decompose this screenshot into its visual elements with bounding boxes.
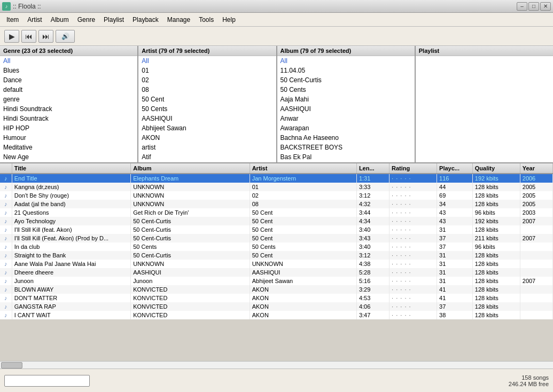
artist-item[interactable]: AKON bbox=[138, 133, 276, 143]
album-item[interactable]: Awarapan bbox=[277, 123, 415, 133]
artist-item-all[interactable]: All bbox=[138, 56, 276, 66]
genre-item[interactable]: New Age bbox=[0, 152, 137, 162]
table-row[interactable]: ♪ Ayo Technology 50 Cent-Curtis 50 Cent … bbox=[0, 217, 553, 225]
album-item[interactable]: BACKSTREET BOYS bbox=[277, 143, 415, 152]
track-rating: · · · · · bbox=[390, 217, 437, 225]
genre-item[interactable]: Dance bbox=[0, 75, 137, 85]
artist-item[interactable]: 01 bbox=[138, 66, 276, 75]
album-item[interactable]: 11.04.05 bbox=[277, 66, 415, 75]
menu-tools[interactable]: Tools bbox=[194, 14, 218, 25]
track-album: KONVICTED bbox=[131, 311, 250, 319]
h-scroll-track[interactable] bbox=[0, 362, 546, 369]
album-item[interactable]: AASHIQUI bbox=[277, 104, 415, 114]
menu-artist[interactable]: Artist bbox=[23, 14, 46, 25]
table-row[interactable]: ♪ In da club 50 Cents 50 Cents 3:40 · · … bbox=[0, 242, 553, 251]
genre-item[interactable]: Hindi Soundtrack bbox=[0, 104, 137, 114]
table-row[interactable]: ♪ Aadat (jal the band) UNKNOWN 08 4:32 ·… bbox=[0, 200, 553, 208]
track-scroll[interactable]: Title Album Artist Len... Rating Playc..… bbox=[0, 163, 553, 361]
genre-item[interactable]: Meditative bbox=[0, 143, 137, 152]
table-row[interactable]: ♪ Aane Wala Pal Jaane Wala Hai UNKNOWN U… bbox=[0, 260, 553, 268]
table-row[interactable]: ♪ I'll Still Kill (feat. Akon) 50 Cent-C… bbox=[0, 225, 553, 234]
artist-panel-scroll[interactable]: All 01 02 08 50 Cent 50 Cents AASHIQUI A… bbox=[138, 56, 276, 162]
music-icon: ♪ bbox=[4, 235, 7, 241]
genre-item[interactable]: Humour bbox=[0, 133, 137, 143]
col-header-artist[interactable]: Artist bbox=[250, 163, 356, 174]
genre-item[interactable]: Blues bbox=[0, 66, 137, 75]
close-button[interactable]: ✕ bbox=[540, 2, 551, 11]
prev-button[interactable]: ⏮ bbox=[21, 30, 36, 43]
album-item-all[interactable]: All bbox=[277, 56, 415, 66]
col-header-title[interactable]: Title bbox=[12, 163, 130, 174]
col-header-year[interactable]: Year bbox=[520, 163, 552, 174]
genre-item-all[interactable]: All bbox=[0, 56, 137, 66]
table-row[interactable]: ♪ Don't Be Shy (rouge) UNKNOWN 02 3:12 ·… bbox=[0, 191, 553, 200]
table-row[interactable]: ♪ DON'T MATTER KONVICTED AKON 4:53 · · ·… bbox=[0, 294, 553, 302]
next-button[interactable]: ⏭ bbox=[38, 30, 53, 43]
artist-item[interactable]: artist bbox=[138, 143, 276, 152]
track-artist: AKON bbox=[250, 285, 356, 294]
music-icon: ♪ bbox=[4, 244, 7, 250]
artist-item[interactable]: AASHIQUI bbox=[138, 114, 276, 123]
search-input[interactable] bbox=[4, 375, 90, 387]
table-row[interactable]: ♪ Junoon Junoon Abhijeet Sawan 5:16 · · … bbox=[0, 277, 553, 285]
menu-manage[interactable]: Manage bbox=[163, 14, 194, 25]
genre-item[interactable]: HIP HOP bbox=[0, 123, 137, 133]
menu-genre[interactable]: Genre bbox=[73, 14, 99, 25]
menu-help[interactable]: Help bbox=[218, 14, 240, 25]
album-item[interactable]: 50 Cents bbox=[277, 85, 415, 95]
col-header-album[interactable]: Album bbox=[131, 163, 250, 174]
table-row[interactable]: ♪ End Title Elephants Dream Jan Morgenst… bbox=[0, 174, 553, 183]
album-item[interactable]: Anwar bbox=[277, 114, 415, 123]
play-button[interactable]: ▶ bbox=[4, 30, 19, 43]
songs-count: 158 songs bbox=[509, 374, 549, 381]
track-title: Ayo Technology bbox=[12, 217, 130, 225]
playlist-panel-scroll[interactable] bbox=[416, 56, 553, 162]
minimize-button[interactable]: – bbox=[517, 2, 527, 11]
artist-item[interactable]: 50 Cent bbox=[138, 95, 276, 104]
artist-item[interactable]: 02 bbox=[138, 75, 276, 85]
table-row[interactable]: ♪ I CAN'T WAIT KONVICTED AKON 3:47 · · ·… bbox=[0, 311, 553, 319]
table-row[interactable]: ♪ 21 Questions Get Rich or Die Tryin' 50… bbox=[0, 208, 553, 217]
menu-playlist[interactable]: Playlist bbox=[99, 14, 128, 25]
album-item[interactable]: Bachna Ae Haseeno bbox=[277, 133, 415, 143]
track-title: Junoon bbox=[12, 277, 130, 285]
col-header-icon[interactable] bbox=[0, 163, 12, 174]
table-row[interactable]: ♪ I'll Still Kill (Feat. Akon) (Prod by … bbox=[0, 234, 553, 242]
artist-item[interactable]: Atif bbox=[138, 152, 276, 162]
col-header-rating[interactable]: Rating bbox=[390, 163, 437, 174]
album-item[interactable]: Bas Ek Pal bbox=[277, 152, 415, 162]
album-item[interactable]: 50 Cent-Curtis bbox=[277, 75, 415, 85]
genre-item[interactable]: Hindi Sountrack bbox=[0, 114, 137, 123]
track-playcount: 38 bbox=[437, 311, 473, 319]
genre-item[interactable]: genre bbox=[0, 95, 137, 104]
col-header-length[interactable]: Len... bbox=[356, 163, 389, 174]
col-header-quality[interactable]: Quality bbox=[472, 163, 520, 174]
menu-playback[interactable]: Playback bbox=[128, 14, 163, 25]
genre-item[interactable]: default bbox=[0, 85, 137, 95]
col-header-playcount[interactable]: Playc... bbox=[437, 163, 473, 174]
table-row[interactable]: ♪ Dheere dheere AASHIQUI AASHIQUI 5:28 ·… bbox=[0, 268, 553, 277]
album-item[interactable]: Aaja Mahi bbox=[277, 95, 415, 104]
track-artist: 50 Cent bbox=[250, 217, 356, 225]
music-icon: ♪ bbox=[4, 252, 7, 258]
table-row[interactable]: ♪ Kangna (dr,zeus) UNKNOWN 01 3:33 · · ·… bbox=[0, 183, 553, 191]
genre-panel-scroll[interactable]: All Blues Dance default genre Hindi Soun… bbox=[0, 56, 137, 162]
artist-item[interactable]: 08 bbox=[138, 85, 276, 95]
h-scroll-thumb[interactable] bbox=[1, 362, 22, 369]
maximize-button[interactable]: □ bbox=[528, 2, 539, 11]
table-row[interactable]: ♪ GANGSTA RAP KONVICTED AKON 4:06 · · · … bbox=[0, 302, 553, 311]
volume-button[interactable]: 🔊 bbox=[56, 30, 75, 43]
track-icon-cell: ♪ bbox=[0, 311, 12, 319]
table-row[interactable]: ♪ BLOWN AWAY KONVICTED AKON 3:29 · · · ·… bbox=[0, 285, 553, 294]
menu-album[interactable]: Album bbox=[46, 14, 73, 25]
album-panel-scroll[interactable]: All 11.04.05 50 Cent-Curtis 50 Cents Aaj… bbox=[277, 56, 415, 162]
menu-item[interactable]: Item bbox=[2, 14, 23, 25]
track-year: 2006 bbox=[520, 174, 552, 183]
artist-item[interactable]: 50 Cents bbox=[138, 104, 276, 114]
artist-item[interactable]: Abhijeet Sawan bbox=[138, 123, 276, 133]
horizontal-scrollbar[interactable] bbox=[0, 361, 553, 369]
search-wrapper: 🔍 bbox=[4, 375, 90, 387]
track-title: I CAN'T WAIT bbox=[12, 311, 130, 319]
table-row[interactable]: ♪ Straight to the Bank 50 Cent-Curtis 50… bbox=[0, 251, 553, 260]
app-icon: ♪ bbox=[2, 2, 11, 11]
